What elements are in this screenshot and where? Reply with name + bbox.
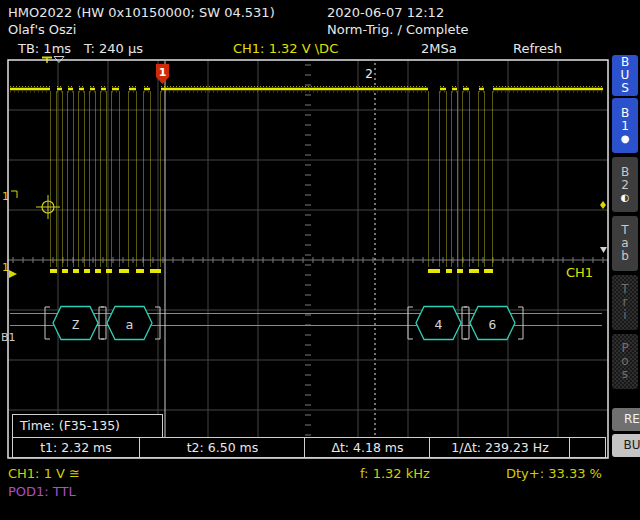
sidebar-button-label: Tab: [621, 224, 629, 263]
sidebar-button-label: RE: [624, 413, 640, 426]
pod1-info: POD1: TTL: [8, 484, 76, 499]
sidebar-button-label: Tri: [621, 283, 628, 322]
oscilloscope-screen: { "header": { "model": "HMO2022 (HW 0x10…: [0, 0, 640, 520]
frequency-readout: f: 1.32 kHz: [360, 466, 430, 481]
radio-half-icon: ◐: [621, 192, 630, 203]
frame-start-bracket: [45, 307, 50, 339]
marker-down-icon: [600, 247, 607, 253]
channel1-info: CH1: 1 V ≅: [8, 466, 80, 481]
frame-start-bracket: [99, 307, 104, 339]
sidebar-button-tri[interactable]: Tri: [612, 275, 638, 330]
bus-frame-value: 6: [489, 317, 497, 332]
frame-start-bracket: [462, 307, 467, 339]
measurement-delta-t: Δt: 4.18 ms: [304, 437, 431, 458]
measurement-t1: t1: 2.32 ms: [12, 437, 140, 458]
measurement-inverse-delta-t: 1/Δt: 239.23 Hz: [429, 437, 571, 458]
duty-cycle-readout: Dty+: 33.33 %: [506, 466, 602, 481]
sidebar-button-pos[interactable]: Pos: [612, 334, 638, 389]
bus-frame-value: 4: [435, 317, 443, 332]
sidebar-button-label: B2: [621, 166, 629, 192]
sidebar-button-b2[interactable]: B2◐: [612, 157, 638, 212]
frame-start-bracket: [408, 307, 413, 339]
trigger-level-marker-icon: [11, 191, 17, 198]
sidebar-button-tab[interactable]: Tab: [612, 216, 638, 271]
trigger-flag-label: 1: [159, 66, 167, 79]
sidebar-button-bus[interactable]: BUS: [612, 55, 638, 96]
frame-end-bracket: [101, 307, 106, 339]
channel-label: CH1: [566, 265, 593, 280]
bus-frame-value: a: [126, 317, 134, 332]
sidebar-button-label: B1: [621, 107, 629, 133]
sidebar-button-label: Pos: [621, 342, 628, 381]
frame-end-bracket: [518, 307, 523, 339]
radio-on-icon: ●: [621, 133, 630, 144]
measurement-empty-cell: [569, 437, 606, 458]
sidebar-button-bu[interactable]: BU: [612, 434, 640, 457]
measurement-source-box: Time: (F35-135): [12, 414, 163, 438]
sidebar-button-b1[interactable]: B1●: [612, 98, 638, 153]
measurement-t2: t2: 6.50 ms: [139, 437, 306, 458]
frame-end-bracket: [464, 307, 469, 339]
bus-frame-value: Z: [72, 317, 80, 332]
cursor-2-label: 2: [365, 67, 373, 81]
sidebar-button-label: BU: [623, 439, 640, 452]
graticule-frame: [8, 60, 608, 458]
sidebar-button-re[interactable]: RE: [612, 408, 640, 431]
sidebar-button-label: BUS: [621, 56, 630, 95]
channel-1-position-arrow-icon: [9, 270, 17, 278]
trigger-level-edge-icon: [600, 201, 606, 209]
